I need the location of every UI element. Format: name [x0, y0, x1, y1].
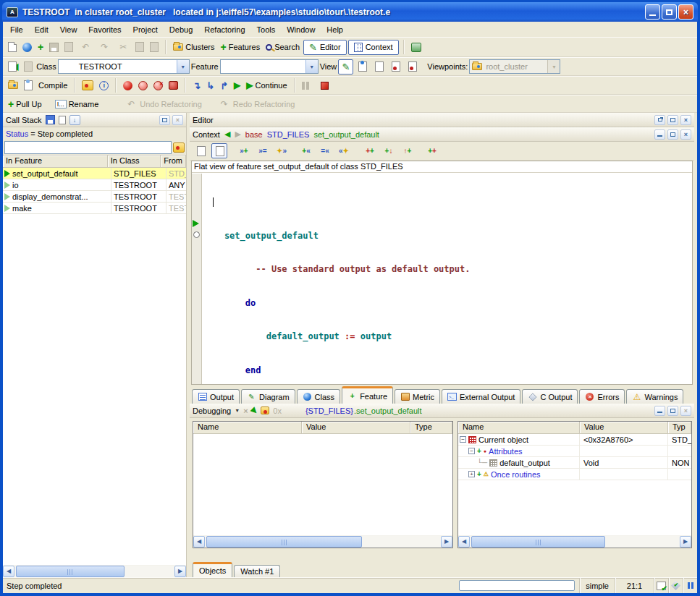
debugging-maximize-button[interactable] [667, 406, 678, 416]
code-area[interactable]: set_output_default -- Use standard outpu… [203, 174, 691, 383]
scroll-right-arrow-icon[interactable]: ▶ [680, 536, 691, 548]
col-from[interactable]: From [161, 156, 186, 167]
minimize-button[interactable] [645, 4, 660, 20]
tab-metric[interactable]: Metric [395, 389, 440, 404]
object-tree-row[interactable]: └─default_output Void NON [458, 457, 691, 469]
search-button[interactable]: Search [263, 41, 302, 53]
callees-button[interactable]: +« [298, 143, 314, 158]
tab-output[interactable]: Output [192, 389, 240, 404]
add-button[interactable]: + [35, 41, 46, 53]
rename-button[interactable]: I... Rename [53, 98, 101, 110]
descendant-versions-button[interactable]: +↓ [381, 143, 397, 158]
menu-favorites[interactable]: Favorites [83, 24, 127, 35]
history-back-button[interactable]: ◀ [6, 60, 20, 73]
editor-toggle-button[interactable]: ✎ Editor [303, 40, 347, 55]
modified-state-cell[interactable] [654, 578, 668, 593]
menu-project[interactable]: Project [127, 24, 164, 35]
save-all-button[interactable] [62, 41, 75, 54]
collapse-icon[interactable]: − [468, 448, 475, 454]
menu-edit[interactable]: Edit [29, 24, 54, 35]
features-button[interactable]: + Features [219, 41, 263, 53]
continue-button[interactable]: ▶ Continue [244, 79, 289, 92]
step-over-button[interactable]: ↴ [190, 79, 203, 93]
pause-button[interactable] [300, 80, 311, 91]
run-button[interactable]: ▶ [232, 79, 243, 92]
editor-maximize-button[interactable] [667, 115, 678, 125]
maximize-button[interactable] [662, 4, 677, 20]
tab-feature[interactable]: +Feature [342, 386, 393, 404]
compiled-state-cell[interactable] [668, 578, 683, 593]
new-feature-view-button[interactable]: + [211, 143, 227, 158]
enable-breakpoints-button[interactable] [121, 80, 135, 92]
cut-button[interactable]: ✂ [114, 40, 132, 55]
save-button[interactable] [47, 41, 61, 54]
menu-debug[interactable]: Debug [164, 24, 198, 35]
debugging-title-bar[interactable]: Debugging ▼ × ▶ 0x {STD_FILES}.set_outpu… [190, 404, 694, 418]
locals-header[interactable]: Name Value Type [193, 422, 452, 434]
view-interface-button[interactable] [405, 59, 420, 74]
view-editor-button[interactable]: ✎ [338, 59, 353, 74]
new-document-button[interactable] [6, 41, 19, 54]
info-button[interactable]: i [97, 80, 111, 92]
editor-close-button[interactable]: × [680, 115, 691, 125]
editor-title-bar[interactable]: Editor × [190, 113, 694, 127]
objects-hscrollbar[interactable]: ◀ ▶ [458, 535, 691, 548]
debugging-close-button[interactable]: × [680, 406, 691, 416]
scroll-right-arrow-icon[interactable]: ▶ [441, 536, 452, 548]
created-button[interactable]: «✦ [336, 143, 352, 158]
tab-c-output[interactable]: C Output [522, 389, 578, 404]
call-stack-filter-input[interactable] [4, 141, 172, 154]
call-stack-row[interactable]: io TESTROOT ANY [3, 179, 186, 191]
attach-arrow-icon[interactable]: ▶ [250, 406, 259, 415]
context-close-button[interactable]: × [680, 129, 691, 140]
note-icon[interactable] [261, 406, 269, 414]
call-stack-row[interactable]: make TESTROOT TEST [3, 203, 186, 214]
tab-external-output[interactable]: >_External Output [442, 389, 520, 404]
call-stack-hscrollbar[interactable]: ◀ ▶ [3, 565, 186, 577]
view-basic-text-button[interactable] [355, 59, 370, 74]
call-stack-close-button[interactable]: × [172, 115, 183, 125]
homonyms-button[interactable]: ↑+ [400, 143, 416, 158]
object-tree-row[interactable]: −+●Attributes [458, 446, 691, 457]
tab-diagram[interactable]: ✎Diagram [241, 389, 295, 404]
context-maximize-button[interactable] [667, 129, 678, 140]
view-clickable-button[interactable] [371, 59, 387, 74]
breadcrumb-version[interactable]: base [245, 130, 263, 139]
editor-gutter[interactable] [192, 174, 202, 384]
context-minimize-button[interactable] [654, 129, 665, 140]
close-button[interactable]: × [678, 4, 693, 20]
menu-file[interactable]: File [4, 24, 29, 35]
scroll-left-arrow-icon[interactable]: ◀ [458, 536, 470, 548]
stop-button[interactable] [319, 80, 331, 91]
call-stack-drop-icon[interactable]: ↓ [69, 115, 80, 125]
editor-restore-button[interactable] [654, 115, 665, 125]
debugging-minimize-button[interactable] [654, 406, 665, 416]
object-tree-row[interactable]: −Current object <0x32A8760> STD_ [458, 434, 691, 446]
clusters-button[interactable]: Clusters [171, 41, 216, 53]
melt-button[interactable] [22, 79, 35, 92]
tab-watch-1[interactable]: Watch #1 [234, 565, 280, 577]
context-back-icon[interactable]: ◀ [224, 129, 230, 139]
call-stack-title-bar[interactable]: Call Stack ↓ × [3, 113, 186, 127]
call-stack-maximize-button[interactable] [159, 115, 170, 125]
external-editor-button[interactable] [409, 41, 423, 54]
tab-errors[interactable]: ×Errors [579, 389, 625, 404]
remove-breakpoints-button[interactable]: × [151, 80, 165, 92]
debugging-dropdown-icon[interactable]: ▼ [235, 408, 240, 413]
call-stack-save-icon[interactable] [46, 115, 55, 124]
scroll-right-arrow-icon[interactable]: ▶ [174, 566, 186, 577]
tab-objects[interactable]: Objects [193, 562, 232, 577]
context-toggle-button[interactable]: Context [348, 40, 399, 55]
pull-up-button[interactable]: + Pull Up [6, 98, 44, 110]
class-combo-dropdown[interactable]: ▼ [177, 60, 189, 73]
creators-button[interactable]: ✦» [274, 143, 290, 158]
hex-toggle[interactable]: 0x [273, 406, 282, 415]
menu-view[interactable]: View [54, 24, 83, 35]
tab-warnings[interactable]: ⚠Warnings [626, 389, 683, 404]
call-stack-copy-icon[interactable] [59, 116, 66, 124]
tab-class[interactable]: Class [297, 389, 341, 404]
feature-combobox[interactable]: ▼ [220, 59, 319, 74]
history-forward-button[interactable] [22, 60, 35, 73]
undo-refactoring-button[interactable]: ↶ Undo Refactoring [122, 96, 204, 111]
redo-button[interactable]: ↷ [96, 40, 113, 55]
